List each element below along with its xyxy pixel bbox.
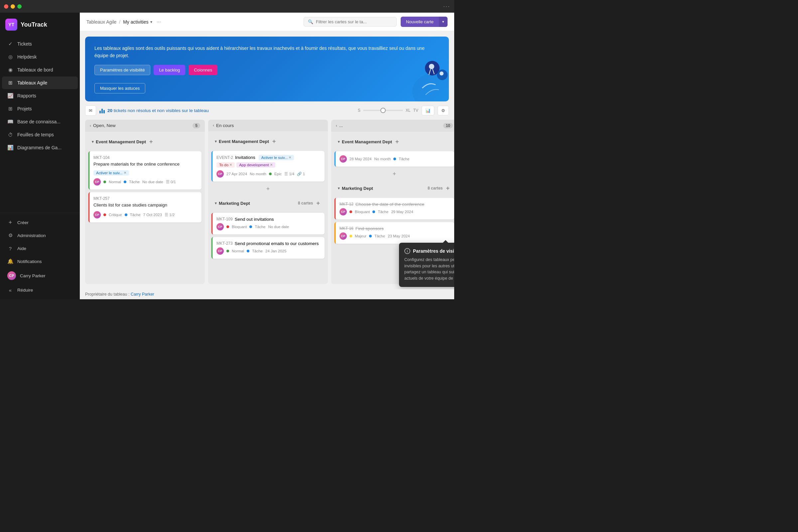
column-en-cours: ‹ En cours ▾ Event Management Dept + xyxy=(208,120,328,284)
status-tag-todo[interactable]: To do ✕ xyxy=(216,162,235,168)
sidebar-item-diagrammes[interactable]: 📊 Diagrammes de Ga... xyxy=(2,141,78,154)
topbar-more-icon[interactable]: ··· xyxy=(156,19,160,25)
nouvelle-carte-button[interactable]: Nouvelle carte xyxy=(401,17,439,27)
sidebar-item-user[interactable]: CP Carry Parker xyxy=(2,268,78,283)
group-arrow-icon[interactable]: ▾ xyxy=(215,139,217,144)
group-arrow-icon[interactable]: ▾ xyxy=(338,186,340,191)
add-to-group-button[interactable]: + xyxy=(394,137,400,147)
card-tag[interactable]: Activer le suiv... ✕ xyxy=(259,155,294,160)
minimize-button[interactable] xyxy=(11,4,15,8)
visibility-tooltip: i Paramètres de visibilité Configurez de… xyxy=(399,243,454,287)
card-date: 28 May 2024 xyxy=(349,157,372,161)
sidebar-item-projets[interactable]: ⊞ Projets xyxy=(2,102,78,115)
sidebar: YT YouTrack ✓ Tickets ◎ Helpdesk ◉ Table… xyxy=(0,13,80,299)
add-card-button[interactable]: + xyxy=(335,171,454,177)
add-to-group-button[interactable]: + xyxy=(315,198,321,208)
dropdown-chevron-icon[interactable]: ▾ xyxy=(150,20,152,24)
banner-description: Les tableaux agiles sont des outils puis… xyxy=(94,44,440,59)
group-event-mgmt-1: ▾ Event Management Dept + xyxy=(89,135,202,149)
column-collapse-icon[interactable]: ‹ xyxy=(213,123,214,128)
search-input[interactable] xyxy=(316,19,392,24)
group-marketing-2: ▾ Marketing Dept 8 cartes + xyxy=(211,196,324,210)
btn-masquer[interactable]: Masquer les astuces xyxy=(94,83,145,93)
nouvelle-carte-dropdown-button[interactable]: ▾ xyxy=(439,17,448,27)
sidebar-bottom: + Créer ⚙ Administration ? Aide 🔔 Notifi… xyxy=(0,213,80,299)
btn-backlog[interactable]: Le backlog xyxy=(154,65,185,75)
footer-owner-link[interactable]: Carry Parker xyxy=(131,292,154,297)
sidebar-item-helpdesk[interactable]: ◎ Helpdesk xyxy=(2,51,78,63)
card-title-inline: Find sponsors xyxy=(356,226,384,231)
type-label: Tâche xyxy=(378,210,388,214)
add-to-group-button[interactable]: + xyxy=(444,184,451,193)
sidebar-item-administration[interactable]: ⚙ Administration xyxy=(2,229,78,242)
status-tag-appdev[interactable]: App development ✕ xyxy=(236,162,275,168)
sidebar-item-base-connaissance[interactable]: 📖 Base de connaissa... xyxy=(2,115,78,128)
sidebar-label-tableaux-agile: Tableaux Agile xyxy=(17,80,47,86)
card-tags: Activer le suiv... ✕ xyxy=(93,170,197,175)
card-meta: CP Bloquant Tâche 29 May 2024 xyxy=(340,208,450,215)
priority-dot xyxy=(226,225,229,228)
due-date: No due date xyxy=(268,225,289,229)
btn-visibility-settings[interactable]: Paramètres de visibilité xyxy=(94,65,150,75)
settings-button[interactable]: ⚙ xyxy=(438,106,449,115)
column-count-open-new: 5 xyxy=(192,123,200,128)
bar1 xyxy=(99,111,101,113)
add-card-button[interactable]: + xyxy=(211,186,324,192)
size-slider[interactable] xyxy=(363,110,403,111)
add-to-group-button[interactable]: + xyxy=(148,137,154,147)
size-s-label: S xyxy=(358,108,360,113)
sidebar-item-feuilles-temps[interactable]: ⏱ Feuilles de temps xyxy=(2,128,78,141)
logo-text: YouTrack xyxy=(21,21,47,28)
create-icon: + xyxy=(7,220,13,225)
tag-close-icon[interactable]: ✕ xyxy=(270,163,273,167)
tag-close-icon[interactable]: ✕ xyxy=(124,171,126,174)
sidebar-label-notifications: Notifications xyxy=(17,259,42,264)
type-label: Tâche xyxy=(130,213,141,217)
breadcrumb-parent[interactable]: Tableaux Agile xyxy=(87,19,116,25)
admin-icon: ⚙ xyxy=(7,232,13,239)
column-open-new: ‹ Open, New 5 ▾ Event Management Dept + xyxy=(85,120,205,284)
group-arrow-icon[interactable]: ▾ xyxy=(338,140,340,144)
type-label: Tâche xyxy=(255,225,265,229)
sidebar-item-tableaux-de-bord[interactable]: ◉ Tableaux de bord xyxy=(2,63,78,76)
window-controls[interactable] xyxy=(4,4,22,8)
sidebar-item-tableaux-agile[interactable]: ⊞ Tableaux Agile xyxy=(2,76,78,89)
column-title-right: ... xyxy=(339,123,443,128)
sidebar-item-tickets[interactable]: ✓ Tickets xyxy=(2,38,78,50)
bar-chart-icon xyxy=(99,108,105,113)
column-collapse-icon[interactable]: ‹ xyxy=(90,124,91,128)
content-area: Les tableaux agiles sont des outils puis… xyxy=(80,31,454,299)
collapse-icon: « xyxy=(7,287,13,293)
search-bar: 🔍 xyxy=(304,17,397,26)
card-avatar: CP xyxy=(340,208,347,215)
card-anon: CP 28 May 2024 No month Tâche xyxy=(335,151,454,167)
add-to-group-button[interactable]: + xyxy=(271,137,277,146)
email-icon-button[interactable]: ✉ xyxy=(85,106,96,116)
tag-close-icon[interactable]: ✕ xyxy=(229,163,232,167)
card-header: MKT-109 Send out invitations xyxy=(216,217,321,222)
subtasks: ☰ 0/1 xyxy=(166,179,176,184)
card-tag[interactable]: Activer le suiv... ✕ xyxy=(93,170,129,175)
column-collapse-icon[interactable]: ‹ xyxy=(336,124,337,128)
sidebar-reduire[interactable]: « Réduire xyxy=(2,284,78,296)
sidebar-item-creer[interactable]: + Créer xyxy=(2,216,78,229)
board-area: ‹ Open, New 5 ▾ Event Management Dept + xyxy=(80,120,454,289)
tag-close-icon[interactable]: ✕ xyxy=(289,156,291,159)
card-header: MKT-273 Send promotional emails to our c… xyxy=(216,241,321,246)
chart-view-button[interactable]: 📊 xyxy=(422,106,434,115)
banner-illustration xyxy=(396,48,449,101)
type-dot xyxy=(369,235,372,238)
sidebar-item-aide[interactable]: ? Aide xyxy=(2,242,78,255)
size-tv-label: TV xyxy=(413,108,418,113)
group-arrow-icon[interactable]: ▾ xyxy=(92,140,94,144)
type-dot xyxy=(125,213,127,216)
breadcrumb-separator: / xyxy=(119,19,120,25)
titlebar-menu-icon[interactable]: ··· xyxy=(443,3,450,10)
maximize-button[interactable] xyxy=(17,4,22,8)
sidebar-item-rapports[interactable]: 📈 Rapports xyxy=(2,90,78,102)
group-arrow-icon[interactable]: ▾ xyxy=(215,201,217,206)
btn-colonnes[interactable]: Colonnes xyxy=(189,65,217,75)
info-banner: Les tableaux agiles sont des outils puis… xyxy=(85,37,449,101)
sidebar-item-notifications[interactable]: 🔔 Notifications xyxy=(2,255,78,268)
close-button[interactable] xyxy=(4,4,8,8)
